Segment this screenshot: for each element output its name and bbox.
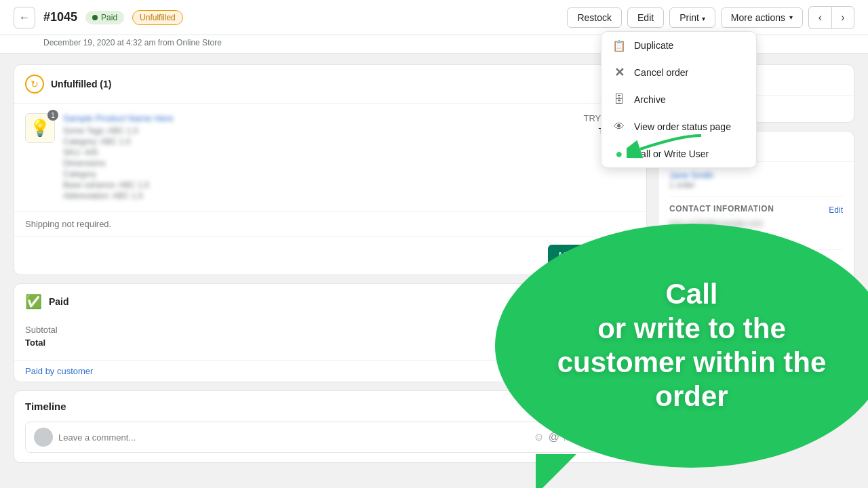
customer-name[interactable]: Jane Smith (669, 170, 843, 180)
top-bar: ← #1045 Paid Unfulfilled Restock Edit Pr… (0, 0, 868, 35)
nav-prev-button[interactable]: ‹ (808, 6, 831, 29)
timeline-title: Timeline (25, 401, 66, 412)
product-name[interactable]: Sample Product Name Here (63, 113, 576, 123)
restock-button[interactable]: Restock (567, 7, 622, 28)
bubble-text: Callor write to thecustomer within theor… (557, 277, 827, 414)
more-actions-chevron: ▾ (789, 14, 793, 21)
view-status-icon: 👁 (612, 120, 626, 134)
back-button[interactable]: ← (14, 7, 35, 28)
unfulfilled-icon: ↻ (25, 75, 44, 94)
cancel-icon: ✕ (612, 66, 626, 79)
edit-button[interactable]: Edit (627, 7, 664, 28)
total-label: Total (25, 338, 45, 348)
comment-input[interactable] (58, 432, 528, 443)
product-detail-6: Base variance: ABC 1.0 (63, 180, 576, 190)
product-detail-3: SKU: 445 (63, 148, 576, 157)
product-row: 💡 1 Sample Product Name Here Some Tags: … (14, 104, 646, 211)
print-dropdown-icon: ▾ (702, 15, 705, 22)
promotion-bubble: Callor write to thecustomer within theor… (495, 224, 868, 468)
paid-badge: Paid (85, 11, 124, 24)
archive-icon: 🗄 (612, 93, 626, 106)
whatsapp-icon: ● (612, 147, 626, 161)
shipping-note: Shipping not required. (14, 211, 646, 236)
product-image: 💡 1 (25, 113, 55, 143)
user-avatar (34, 428, 53, 447)
product-detail-5: Category (63, 169, 576, 179)
unfulfilled-title: Unfulfilled (1) (51, 79, 111, 89)
dropdown-item-cancel[interactable]: ✕ Cancel order (601, 59, 756, 86)
product-detail-7: Abbreviation: ABC 1.0 (63, 191, 576, 201)
dropdown-item-archive[interactable]: 🗄 Archive (601, 86, 756, 113)
contact-row: CONTACT INFORMATION Edit (669, 204, 843, 216)
product-detail-4: Dimensions (63, 159, 576, 168)
order-title: #1045 (43, 10, 77, 24)
emoji-icon[interactable]: ☺ (533, 431, 544, 443)
customer-order-count: 1 order (669, 180, 843, 190)
print-button[interactable]: Print ▾ (669, 7, 715, 28)
back-icon: ← (19, 12, 30, 24)
dropdown-item-duplicate[interactable]: 📋 Duplicate (601, 32, 756, 59)
cancel-label: Cancel order (634, 67, 688, 78)
archive-label: Archive (634, 94, 666, 105)
unfulfilled-badge: Unfulfilled (132, 10, 183, 25)
product-quantity-badge: 1 (47, 110, 58, 121)
unfulfilled-card: ↻ Unfulfilled (1) 💡 1 Sample Product Nam… (14, 64, 647, 275)
product-detail-1: Some Tags: ABC 1.0 (63, 126, 576, 136)
product-detail-2: Category: ABC 1.0 (63, 137, 576, 146)
paid-title: Paid (49, 296, 69, 307)
subtotal-label: Subtotal (25, 325, 58, 335)
nav-arrows: ‹ › (808, 6, 854, 29)
nav-next-button[interactable]: › (831, 6, 854, 29)
top-bar-actions: Restock Edit Print ▾ More actions ▾ ‹ › (567, 6, 854, 29)
more-actions-button[interactable]: More actions ▾ (721, 7, 803, 28)
contact-edit-button[interactable]: Edit (829, 205, 843, 215)
paid-icon: ✅ (25, 293, 42, 310)
contact-label: CONTACT INFORMATION (669, 204, 774, 214)
green-arrow (627, 129, 708, 165)
product-details: Sample Product Name Here Some Tags: ABC … (63, 113, 576, 202)
unfulfilled-card-header: ↻ Unfulfilled (1) (14, 65, 646, 104)
duplicate-label: Duplicate (634, 40, 673, 51)
duplicate-icon: 📋 (612, 39, 626, 52)
